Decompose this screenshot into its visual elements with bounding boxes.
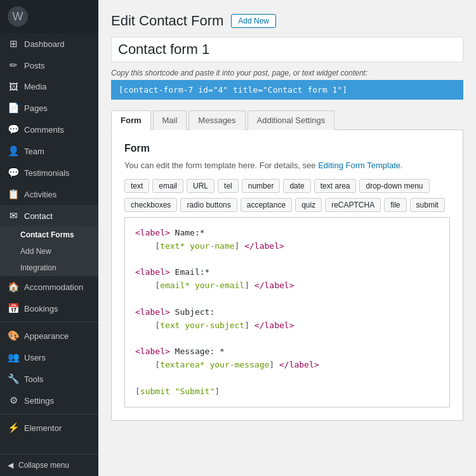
tag-btn-radio[interactable]: radio buttons bbox=[180, 198, 237, 212]
sidebar-item-pages[interactable]: 📄 Pages bbox=[0, 97, 98, 119]
sidebar-item-label: Users bbox=[24, 353, 46, 362]
sidebar-divider-2 bbox=[0, 414, 98, 414]
editing-form-template-link[interactable]: Editing Form Template bbox=[318, 161, 400, 170]
add-new-button[interactable]: Add New bbox=[231, 14, 276, 28]
tag-buttons-row-1: text email URL tel number date text area… bbox=[124, 179, 450, 193]
sidebar-item-label: Tools bbox=[24, 374, 43, 384]
sidebar-item-label: Accommodation bbox=[24, 282, 83, 292]
sidebar-divider bbox=[0, 322, 98, 322]
tab-mail[interactable]: Mail bbox=[153, 110, 187, 130]
testimonials-icon: 💬 bbox=[8, 167, 19, 178]
elementor-icon: ⚡ bbox=[8, 422, 19, 433]
sidebar-item-label: Media bbox=[24, 82, 46, 91]
sidebar-item-label: Team bbox=[24, 147, 44, 156]
settings-icon: ⚙ bbox=[8, 395, 19, 406]
sidebar-item-testimonials[interactable]: 💬 Testimonials bbox=[0, 162, 98, 183]
collapse-menu-label: Collapse menu bbox=[18, 461, 69, 470]
tools-icon: 🔧 bbox=[8, 373, 19, 385]
sidebar-item-label: Settings bbox=[24, 396, 54, 406]
tag-btn-checkboxes[interactable]: checkboxes bbox=[124, 198, 177, 212]
tag-btn-email[interactable]: email bbox=[152, 179, 183, 193]
tag-btn-file[interactable]: file bbox=[384, 198, 406, 212]
sidebar-submenu-integration[interactable]: Integration bbox=[0, 260, 98, 276]
sidebar-logo: W bbox=[0, 0, 98, 33]
collapse-icon: ◀ bbox=[8, 461, 13, 470]
pages-icon: 📄 bbox=[8, 102, 19, 114]
tab-additional-settings[interactable]: Additional Settings bbox=[248, 110, 335, 130]
posts-icon: ✏ bbox=[8, 60, 19, 71]
page-header: Edit Contact Form Add New bbox=[111, 13, 463, 29]
sidebar-item-contact[interactable]: ✉ Contact bbox=[0, 205, 98, 227]
comments-icon: 💬 bbox=[8, 124, 19, 135]
activities-icon: 📋 bbox=[8, 188, 19, 200]
wp-logo-icon: W bbox=[8, 6, 28, 27]
team-icon: 👤 bbox=[8, 145, 19, 157]
sidebar-item-label: Bookings bbox=[24, 304, 58, 314]
sidebar-item-settings[interactable]: ⚙ Settings bbox=[0, 390, 98, 411]
users-icon: 👥 bbox=[8, 352, 19, 363]
panel-desc-period: . bbox=[400, 161, 403, 170]
tag-btn-url[interactable]: URL bbox=[187, 179, 215, 193]
tag-btn-quiz[interactable]: quiz bbox=[295, 198, 322, 212]
contact-submenu: Contact Forms Add New Integration bbox=[0, 227, 98, 276]
tag-btn-tel[interactable]: tel bbox=[218, 179, 239, 193]
sidebar-item-bookings[interactable]: 📅 Bookings bbox=[0, 298, 98, 319]
sidebar-item-label: Appearance bbox=[24, 331, 69, 341]
sidebar-item-elementor[interactable]: ⚡ Elementor bbox=[0, 417, 98, 439]
sidebar-item-media[interactable]: 🖼 Media bbox=[0, 76, 98, 97]
tab-messages[interactable]: Messages bbox=[188, 110, 245, 130]
tag-btn-submit[interactable]: submit bbox=[410, 198, 445, 212]
form-tab-panel: Form You can edit the form template here… bbox=[111, 130, 463, 421]
sidebar-item-label: Comments bbox=[24, 125, 64, 135]
tag-buttons-row-2: checkboxes radio buttons acceptance quiz… bbox=[124, 198, 450, 212]
tag-btn-acceptance[interactable]: acceptance bbox=[241, 198, 292, 212]
code-editor[interactable]: <label> Name:* [text* your-name] </label… bbox=[124, 217, 450, 407]
form-name-input[interactable] bbox=[111, 37, 463, 62]
bookings-icon: 📅 bbox=[8, 303, 19, 314]
sidebar-item-label: Posts bbox=[24, 61, 45, 70]
sidebar-item-label: Pages bbox=[24, 103, 48, 113]
sidebar-item-label: Activities bbox=[24, 190, 56, 199]
sidebar: W ⊞ Dashboard ✏ Posts 🖼 Media 📄 Pages 💬 … bbox=[0, 0, 98, 476]
accommodation-icon: 🏠 bbox=[8, 281, 19, 293]
sidebar-item-users[interactable]: 👥 Users bbox=[0, 347, 98, 368]
collapse-menu-button[interactable]: ◀ Collapse menu bbox=[0, 454, 98, 476]
dashboard-icon: ⊞ bbox=[8, 38, 19, 50]
media-icon: 🖼 bbox=[8, 81, 19, 92]
shortcode-label: Copy this shortcode and paste it into yo… bbox=[111, 69, 463, 77]
sidebar-item-activities[interactable]: 📋 Activities bbox=[0, 183, 98, 205]
sidebar-item-appearance[interactable]: 🎨 Appearance bbox=[0, 325, 98, 347]
page-title: Edit Contact Form bbox=[111, 13, 223, 29]
panel-title: Form bbox=[124, 143, 450, 154]
sidebar-item-dashboard[interactable]: ⊞ Dashboard bbox=[0, 33, 98, 55]
sidebar-item-label: Testimonials bbox=[24, 168, 70, 178]
tag-btn-dropdown[interactable]: drop-down menu bbox=[359, 179, 429, 193]
sidebar-submenu-add-new[interactable]: Add New bbox=[0, 243, 98, 260]
panel-description-text: You can edit the form template here. For… bbox=[124, 161, 318, 170]
sidebar-item-team[interactable]: 👤 Team bbox=[0, 140, 98, 162]
sidebar-item-label: Dashboard bbox=[24, 39, 65, 49]
tag-btn-number[interactable]: number bbox=[242, 179, 281, 193]
contact-icon: ✉ bbox=[8, 210, 19, 221]
sidebar-item-label: Contact bbox=[24, 211, 53, 221]
tag-btn-recaptcha[interactable]: reCAPTCHA bbox=[325, 198, 381, 212]
panel-description: You can edit the form template here. For… bbox=[124, 161, 450, 170]
sidebar-item-comments[interactable]: 💬 Comments bbox=[0, 119, 98, 140]
appearance-icon: 🎨 bbox=[8, 330, 19, 341]
tab-form[interactable]: Form bbox=[111, 110, 151, 130]
main-content: Edit Contact Form Add New Copy this shor… bbox=[98, 0, 476, 476]
tag-btn-date[interactable]: date bbox=[283, 179, 310, 193]
tabs-container: Form Mail Messages Additional Settings bbox=[111, 110, 463, 130]
sidebar-item-tools[interactable]: 🔧 Tools bbox=[0, 368, 98, 390]
sidebar-submenu-contact-forms[interactable]: Contact Forms bbox=[0, 227, 98, 243]
tag-btn-textarea[interactable]: text area bbox=[314, 179, 357, 193]
sidebar-item-accommodation[interactable]: 🏠 Accommodation bbox=[0, 276, 98, 298]
sidebar-item-label: Elementor bbox=[24, 423, 62, 433]
tag-btn-text[interactable]: text bbox=[124, 179, 149, 193]
sidebar-item-posts[interactable]: ✏ Posts bbox=[0, 55, 98, 76]
shortcode-value[interactable]: [contact-form-7 id="4" title="Contact fo… bbox=[111, 80, 463, 100]
